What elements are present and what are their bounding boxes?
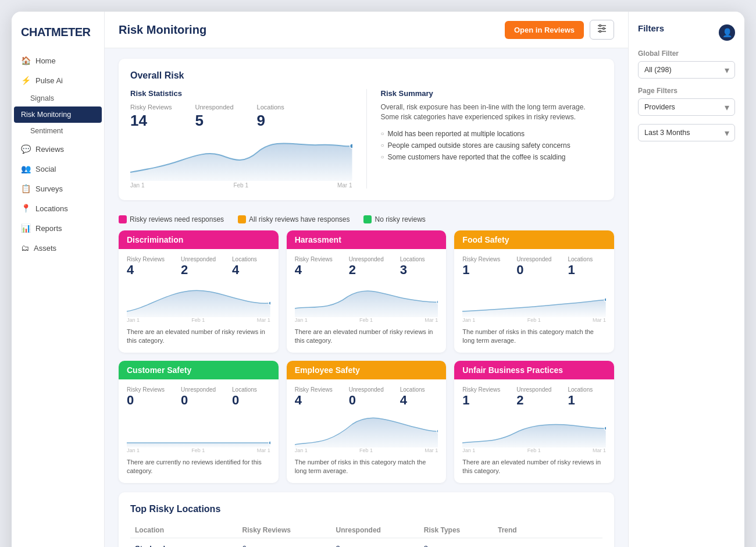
filters-panel: Filters 👤 Global Filter All (298) Page F… bbox=[628, 12, 744, 547]
sidebar-item-reviews[interactable]: 💬 Reviews bbox=[12, 139, 104, 159]
mini-risky-reviews-food-safety: Risky Reviews 1 bbox=[462, 256, 500, 278]
page-title: Risk Monitoring bbox=[119, 23, 206, 37]
svg-point-4 bbox=[603, 28, 605, 30]
mini-stat-row-employee-safety: Risky Reviews 4 Unresponded 0 Locations … bbox=[295, 386, 438, 408]
sidebar-item-reports[interactable]: 📊 Reports bbox=[12, 218, 104, 238]
risk-stats-title: Risk Statistics bbox=[130, 89, 352, 98]
mini-chart-labels-unfair-business: Jan 1 Feb 1 Mar 1 bbox=[462, 447, 606, 453]
filter-button[interactable] bbox=[590, 20, 614, 40]
card-desc-harassment: There are an elevated number of risky re… bbox=[295, 328, 438, 346]
locations-table: Location Risky Reviews Unresponded Risk … bbox=[130, 523, 602, 547]
risk-cards-grid: Discrimination Risky Reviews 4 Unrespond… bbox=[119, 230, 614, 483]
mini-risky-reviews-discrimination: Risky Reviews 4 bbox=[127, 256, 165, 278]
unresponded-label: Unresponded bbox=[195, 104, 234, 111]
sidebar-item-risk-monitoring[interactable]: Risk Monitoring bbox=[14, 106, 102, 123]
risk-card-employee-safety[interactable]: Employee Safety Risky Reviews 4 Unrespon… bbox=[287, 361, 447, 483]
risk-card-body-customer-safety: Risky Reviews 0 Unresponded 0 Locations … bbox=[119, 379, 279, 483]
date-filter-wrap[interactable]: Last 3 Months bbox=[638, 124, 735, 141]
assets-icon: 🗂 bbox=[21, 243, 29, 253]
date-filter-select[interactable]: Last 3 Months bbox=[638, 124, 735, 141]
loc-unresponded: 2 bbox=[331, 538, 419, 547]
stat-row: Risky Reviews 14 Unresponded 5 Locations… bbox=[130, 104, 352, 130]
main-content-area: Risk Monitoring Open in Reviews bbox=[105, 12, 628, 547]
risky-reviews-value: 14 bbox=[130, 112, 172, 130]
risky-reviews-label: Risky Reviews bbox=[130, 104, 172, 111]
bullet-3: Some customers have reported that the co… bbox=[381, 151, 603, 163]
risk-card-header-food-safety: Food Safety bbox=[454, 230, 614, 249]
svg-point-9 bbox=[605, 298, 606, 301]
card-desc-discrimination: There are an elevated number of risky re… bbox=[127, 328, 270, 346]
risk-card-unfair-business[interactable]: Unfair Business Practices Risky Reviews … bbox=[454, 361, 614, 483]
risk-card-discrimination[interactable]: Discrimination Risky Reviews 4 Unrespond… bbox=[119, 230, 279, 353]
page-filters-label: Page Filters bbox=[638, 87, 735, 95]
sidebar-item-social[interactable]: 👥 Social bbox=[12, 159, 104, 179]
svg-point-5 bbox=[600, 31, 601, 33]
svg-point-12 bbox=[605, 427, 606, 430]
overall-chart bbox=[130, 134, 352, 181]
mini-locations-food-safety: Locations 1 bbox=[568, 256, 593, 278]
table-row[interactable]: Starbucks 1313 Marco Dr.Anaheim, CA 9280… bbox=[130, 538, 602, 547]
risk-card-food-safety[interactable]: Food Safety Risky Reviews 1 Unresponded … bbox=[454, 230, 614, 353]
legend-bar: Risky reviews need responses All risky r… bbox=[119, 209, 614, 230]
locations-icon: 📍 bbox=[21, 204, 31, 213]
overall-risk-title: Overall Risk bbox=[130, 70, 602, 81]
mini-risky-reviews-harassment: Risky Reviews 4 bbox=[295, 256, 333, 278]
global-filter-select-wrap[interactable]: All (298) bbox=[638, 61, 735, 79]
risk-card-body-discrimination: Risky Reviews 4 Unresponded 2 Locations … bbox=[119, 249, 279, 353]
risk-overview: Risk Statistics Risky Reviews 14 Unrespo… bbox=[130, 89, 602, 189]
risk-statistics: Risk Statistics Risky Reviews 14 Unrespo… bbox=[130, 89, 352, 189]
sidebar-item-pulse-ai[interactable]: ⚡ Pulse Ai bbox=[12, 70, 104, 90]
global-filter-label: Global Filter bbox=[638, 49, 735, 58]
sidebar-label-assets: Assets bbox=[34, 244, 56, 253]
sidebar-item-signals[interactable]: Signals bbox=[12, 90, 104, 106]
mini-unresponded-food-safety: Unresponded 0 bbox=[516, 256, 551, 278]
sidebar-item-assets[interactable]: 🗂 Assets bbox=[12, 238, 104, 258]
mini-unresponded-customer-safety: Unresponded 0 bbox=[181, 386, 216, 408]
sidebar-item-home[interactable]: 🏠 Home bbox=[12, 51, 104, 70]
sidebar-label-locations: Locations bbox=[35, 204, 68, 213]
locations-stat: Locations 9 bbox=[257, 104, 284, 130]
sidebar-label-surveys: Surveys bbox=[35, 184, 63, 193]
risk-card-body-employee-safety: Risky Reviews 4 Unresponded 0 Locations … bbox=[287, 379, 447, 483]
col-trend: Trend bbox=[493, 523, 602, 538]
bullet-1: Mold has been reported at multiple locat… bbox=[381, 128, 603, 140]
mini-chart-employee-safety bbox=[295, 413, 438, 447]
loc-risk-types: 3 bbox=[419, 538, 493, 547]
sidebar-item-surveys[interactable]: 📋 Surveys bbox=[12, 179, 104, 198]
svg-point-3 bbox=[600, 25, 601, 27]
sidebar-item-locations[interactable]: 📍 Locations bbox=[12, 198, 104, 218]
mini-risky-reviews-unfair-business: Risky Reviews 1 bbox=[462, 386, 500, 408]
legend-green-dot bbox=[363, 215, 372, 223]
top-locations-card: Top Risky Locations Location Risky Revie… bbox=[119, 492, 614, 547]
avatar[interactable]: 👤 bbox=[719, 24, 735, 41]
home-icon: 🏠 bbox=[21, 56, 31, 65]
legend-green-label: No risky reviews bbox=[375, 215, 425, 223]
providers-filter-select[interactable]: Providers bbox=[638, 98, 735, 116]
mini-locations-employee-safety: Locations 4 bbox=[400, 386, 425, 408]
global-filter-select[interactable]: All (298) bbox=[638, 61, 735, 79]
mini-stat-row-customer-safety: Risky Reviews 0 Unresponded 0 Locations … bbox=[127, 386, 270, 408]
loc-cell: Starbucks 1313 Marco Dr.Anaheim, CA 9280… bbox=[130, 538, 238, 547]
surveys-icon: 📋 bbox=[21, 184, 31, 193]
sidebar-item-sentiment[interactable]: Sentiment bbox=[12, 123, 104, 139]
risk-card-harassment[interactable]: Harassment Risky Reviews 4 Unresponded 2… bbox=[287, 230, 447, 353]
reviews-icon: 💬 bbox=[21, 144, 31, 154]
svg-point-8 bbox=[437, 300, 438, 304]
loc-risky-reviews: 6 bbox=[238, 538, 331, 547]
mini-chart-unfair-business bbox=[462, 413, 606, 447]
locations-label: Locations bbox=[257, 104, 284, 111]
col-risky-reviews: Risky Reviews bbox=[238, 523, 331, 538]
card-desc-unfair-business: There are an elevated number of risky re… bbox=[462, 458, 606, 476]
providers-filter-wrap[interactable]: Providers bbox=[638, 98, 735, 116]
mini-chart-labels-harassment: Jan 1 Feb 1 Mar 1 bbox=[295, 317, 438, 323]
mini-chart-discrimination bbox=[127, 282, 270, 317]
mini-risky-reviews-customer-safety: Risky Reviews 0 bbox=[127, 386, 165, 408]
mini-stat-row-unfair-business: Risky Reviews 1 Unresponded 2 Locations … bbox=[462, 386, 606, 408]
logo: CHATMETER bbox=[12, 21, 104, 51]
loc-name: Starbucks bbox=[135, 544, 233, 547]
open-in-reviews-button[interactable]: Open in Reviews bbox=[505, 21, 584, 39]
risk-card-customer-safety[interactable]: Customer Safety Risky Reviews 0 Unrespon… bbox=[119, 361, 279, 483]
mini-locations-unfair-business: Locations 1 bbox=[568, 386, 593, 408]
pulse-icon: ⚡ bbox=[21, 76, 31, 85]
svg-point-6 bbox=[350, 144, 352, 148]
